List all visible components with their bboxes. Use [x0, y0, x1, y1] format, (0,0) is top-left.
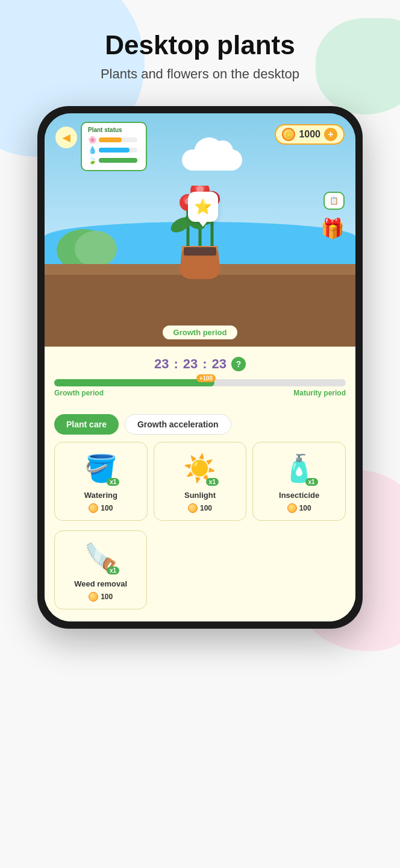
status-right-icon: 📋 — [330, 197, 339, 205]
timer-section: 23 : 23 : 23 ? +100 — [45, 347, 355, 407]
care-items-grid: 🪣 x1 Watering 100 ☀️ x1 — [45, 442, 355, 530]
weed-removal-price: 100 — [89, 592, 113, 602]
watering-badge: x1 — [107, 478, 119, 486]
progress-label-right: Maturity period — [293, 389, 346, 397]
game-scene: ◀ 🪙 1000 + Plant status 🌸 — [45, 113, 355, 318]
phone-screen: ◀ 🪙 1000 + Plant status 🌸 — [45, 113, 355, 621]
timer-help-button[interactable]: ? — [231, 357, 246, 371]
status-row-sun: 🌸 — [88, 136, 140, 144]
chat-bubble: ⭐ — [188, 192, 218, 222]
status-card-right: 📋 — [323, 192, 345, 210]
insecticide-price: 100 — [287, 503, 311, 513]
coin-display: 🪙 1000 + — [275, 124, 345, 145]
weed-removal-name: Weed removal — [74, 579, 127, 588]
bottom-content: Growth period 23 : 23 : 23 ? — [45, 318, 355, 621]
timer-seconds: 23 — [212, 356, 227, 372]
timer-hours: 23 — [154, 356, 169, 372]
cloud-decoration — [182, 149, 242, 171]
leaf-status-bar — [99, 158, 137, 163]
sun-status-icon: 🌸 — [88, 136, 96, 144]
insecticide-coin-icon — [287, 503, 297, 513]
care-items-second-row: 🪚 x1 Weed removal 100 — [45, 530, 355, 621]
plant-status-title: Plant status — [88, 127, 140, 133]
sunlight-badge: x1 — [206, 478, 219, 486]
status-row-leaf: 🍃 — [88, 156, 140, 165]
care-item-watering[interactable]: 🪣 x1 Watering 100 — [54, 442, 148, 521]
pot-soil — [184, 247, 216, 256]
progress-background: +100 — [54, 379, 346, 386]
coin-icon: 🪙 — [282, 128, 295, 141]
sun-status-bar — [99, 137, 122, 142]
sunlight-name: Sunlight — [184, 491, 216, 500]
growth-progress-container: +100 Growth period Maturity period — [54, 379, 346, 397]
weed-removal-icon-wrap: 🪚 x1 — [82, 538, 119, 576]
watering-coin-icon — [89, 503, 98, 513]
tab-plant-care[interactable]: Plant care — [54, 414, 119, 435]
page-subtitle: Plants and flowers on the desktop — [101, 66, 299, 82]
insecticide-price-value: 100 — [299, 504, 311, 512]
coin-amount: 1000 — [299, 129, 320, 140]
watering-price: 100 — [89, 503, 113, 513]
watering-name: Watering — [84, 491, 117, 500]
weed-removal-price-value: 100 — [101, 593, 113, 601]
plant-status-card: Plant status 🌸 💧 🍃 — [81, 122, 147, 171]
insecticide-icon-wrap: 🧴 x1 — [281, 450, 318, 487]
sunlight-coin-icon — [188, 503, 198, 513]
weed-removal-badge: x1 — [107, 567, 119, 574]
timer-display: 23 : 23 : 23 ? — [54, 356, 346, 372]
progress-label-left: Growth period — [54, 389, 104, 397]
sunlight-price: 100 — [188, 503, 212, 513]
watering-price-value: 100 — [101, 504, 113, 512]
water-status-icon: 💧 — [88, 146, 96, 154]
progress-badge: +100 — [196, 374, 216, 382]
progress-fill: +100 — [54, 379, 214, 386]
add-coins-button[interactable]: + — [324, 128, 337, 141]
gift-button[interactable]: 🎁 — [320, 217, 345, 240]
growth-period-badge: Growth period — [161, 324, 239, 341]
water-status-bar — [99, 148, 130, 153]
care-item-sunlight[interactable]: ☀️ x1 Sunlight 100 — [154, 442, 247, 521]
weed-removal-coin-icon — [89, 592, 98, 602]
plant-pot — [179, 246, 221, 279]
tabs-row: Plant care Growth acceleration — [45, 407, 355, 442]
phone-frame: ◀ 🪙 1000 + Plant status 🌸 — [37, 106, 363, 629]
leaf-status-icon: 🍃 — [88, 156, 96, 165]
sunlight-icon-wrap: ☀️ x1 — [181, 450, 219, 487]
watering-icon-wrap: 🪣 x1 — [82, 450, 119, 487]
status-row-water: 💧 — [88, 146, 140, 154]
insecticide-name: Insecticide — [279, 491, 319, 500]
back-button[interactable]: ◀ — [55, 127, 77, 148]
care-item-weed-removal[interactable]: 🪚 x1 Weed removal 100 — [54, 530, 147, 609]
growth-period-bar: Growth period — [45, 318, 355, 347]
page-title: Desktop plants — [105, 30, 295, 60]
care-item-insecticide[interactable]: 🧴 x1 Insecticide 100 — [252, 442, 346, 521]
timer-minutes: 23 — [183, 356, 198, 372]
insecticide-badge: x1 — [305, 478, 318, 486]
sunlight-price-value: 100 — [200, 504, 212, 512]
sun-bubble-icon: ⭐ — [194, 198, 212, 215]
progress-labels: Growth period Maturity period — [54, 389, 346, 397]
bush-2 — [75, 231, 117, 267]
tab-growth-acceleration[interactable]: Growth acceleration — [125, 414, 231, 435]
